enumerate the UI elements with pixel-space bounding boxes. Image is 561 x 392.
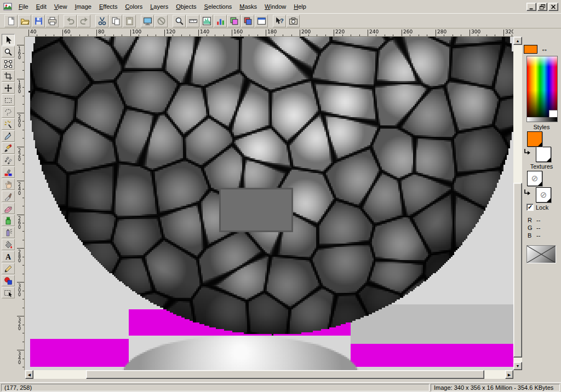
toggle-tool-palette-button[interactable] (186, 15, 199, 27)
eraser-tool-icon (4, 204, 13, 213)
airbrush-tool-button[interactable] (2, 227, 15, 238)
image-canvas[interactable] (25, 37, 513, 370)
retouch-tool-button[interactable] (2, 178, 15, 190)
toggle-tool-options-button[interactable] (241, 15, 254, 27)
toolbar-separator (136, 15, 141, 27)
minimize-button[interactable] (526, 3, 536, 11)
crossed-lines-icon (527, 246, 556, 263)
normal-viewing-button[interactable] (154, 15, 168, 27)
styles-label: Styles (522, 124, 561, 130)
browse-button[interactable] (255, 15, 268, 27)
grayscale-strip[interactable] (527, 117, 557, 122)
swap-textures-icon[interactable] (523, 189, 531, 197)
toggle-color-palette-button[interactable] (214, 15, 227, 27)
menu-colors[interactable]: Colors (121, 1, 146, 12)
picture-tube-tool-button[interactable] (2, 215, 15, 226)
menu-help[interactable]: Help (290, 1, 310, 12)
deformation-tool-button[interactable] (2, 58, 15, 70)
horizontal-scrollbar[interactable]: ◀ ▶ (25, 370, 513, 379)
toolbar: ? (0, 13, 561, 28)
full-screen-preview-button[interactable] (141, 15, 154, 27)
arrow-tool-button[interactable] (2, 34, 15, 45)
cut-button[interactable] (95, 15, 108, 27)
menu-image[interactable]: Image (71, 1, 95, 12)
copy-button[interactable] (109, 15, 122, 27)
menu-view[interactable]: View (50, 1, 71, 12)
scroll-left-button[interactable]: ◀ (25, 370, 33, 379)
crop-tool-button[interactable] (2, 70, 15, 82)
foreground-texture-swatch[interactable]: ⊘ (527, 171, 542, 186)
statusbar-cursor-position: (177, 258) (1, 384, 430, 391)
open-button[interactable] (18, 15, 31, 27)
undo-icon (66, 16, 75, 26)
menu-objects[interactable]: Objects (172, 1, 200, 12)
menu-bar: FileEditViewImageEffectsColorsLayersObje… (0, 0, 561, 13)
available-colors-picker[interactable] (526, 56, 558, 122)
new-button[interactable] (4, 15, 18, 27)
menu-edit[interactable]: Edit (32, 1, 50, 12)
color-replacer-tool-button[interactable] (2, 166, 15, 178)
paintbrush-tool-button[interactable] (2, 142, 15, 154)
fill-style-preview[interactable] (526, 245, 556, 263)
menu-effects[interactable]: Effects (95, 1, 121, 12)
menu-masks[interactable]: Masks (236, 1, 261, 12)
foreground-style-swatch[interactable] (527, 131, 542, 147)
paste-button[interactable] (123, 15, 136, 27)
vertical-scrollbar[interactable]: ▲ ▼ (513, 37, 522, 370)
restore-button[interactable] (537, 3, 547, 11)
horizontal-scroll-thumb[interactable] (86, 370, 484, 379)
toggle-histogram-icon (202, 16, 211, 26)
toggle-histogram-button[interactable] (200, 15, 213, 27)
menu-selections[interactable]: Selections (201, 1, 236, 12)
background-style-swatch[interactable] (536, 147, 551, 162)
open-icon (20, 16, 30, 26)
scroll-down-button[interactable]: ▼ (513, 362, 522, 370)
white-swatch[interactable] (549, 110, 557, 117)
screen-capture-button[interactable] (287, 15, 300, 27)
clone-brush-tool-button[interactable] (2, 154, 15, 166)
minimize-icon (528, 4, 535, 10)
draw-tool-button[interactable] (2, 263, 15, 274)
mover-tool-button[interactable] (2, 82, 15, 94)
undo-button[interactable] (64, 15, 77, 27)
menu-layers[interactable]: Layers (146, 1, 172, 12)
scroll-up-button[interactable]: ▲ (513, 37, 522, 45)
zoom-tool-button[interactable] (2, 46, 15, 57)
eraser-tool-button[interactable] (2, 203, 15, 214)
check-icon: ✓ (528, 204, 533, 210)
magic-wand-tool-button[interactable] (2, 118, 15, 130)
print-button[interactable] (45, 15, 59, 27)
document-system-icon[interactable] (3, 2, 12, 11)
zoom-tool-icon (4, 48, 13, 56)
lock-checkbox[interactable]: ✓ (526, 204, 534, 211)
save-button[interactable] (32, 15, 45, 27)
context-help-button[interactable]: ? (273, 15, 286, 27)
preset-shapes-tool-button[interactable] (2, 275, 15, 286)
object-selector-tool-button[interactable] (2, 287, 15, 298)
redo-button[interactable] (77, 15, 90, 27)
swatch-menu-corner-icon (538, 142, 542, 146)
flood-fill-tool-button[interactable] (2, 239, 15, 250)
scroll-right-button[interactable]: ▶ (505, 370, 513, 379)
dropper-tool-button[interactable] (2, 130, 15, 142)
freehand-tool-button[interactable] (2, 106, 15, 118)
rgb-value: -- (536, 224, 540, 232)
background-texture-swatch[interactable]: ⊘ (536, 187, 551, 203)
toggle-layer-palette-button[interactable] (227, 15, 241, 27)
close-button[interactable] (548, 3, 558, 11)
active-color-swatch[interactable] (524, 45, 537, 54)
zoom-to-fit-button[interactable] (173, 15, 186, 27)
menu-window[interactable]: Window (261, 1, 290, 12)
print-icon (48, 16, 57, 26)
mover-tool-icon (4, 84, 13, 93)
lock-row[interactable]: ✓ Lock (526, 204, 548, 211)
scratch-remover-tool-button[interactable] (2, 191, 15, 202)
vertical-scroll-thumb[interactable] (513, 183, 522, 358)
text-tool-button[interactable]: A (2, 251, 15, 262)
rgb-row-g: G-- (528, 224, 556, 232)
selection-tool-button[interactable] (2, 94, 15, 106)
menu-file[interactable]: File (15, 1, 32, 12)
retouch-tool-icon (4, 180, 13, 189)
toolbar-separator (168, 15, 173, 27)
swap-styles-icon[interactable] (523, 148, 531, 156)
